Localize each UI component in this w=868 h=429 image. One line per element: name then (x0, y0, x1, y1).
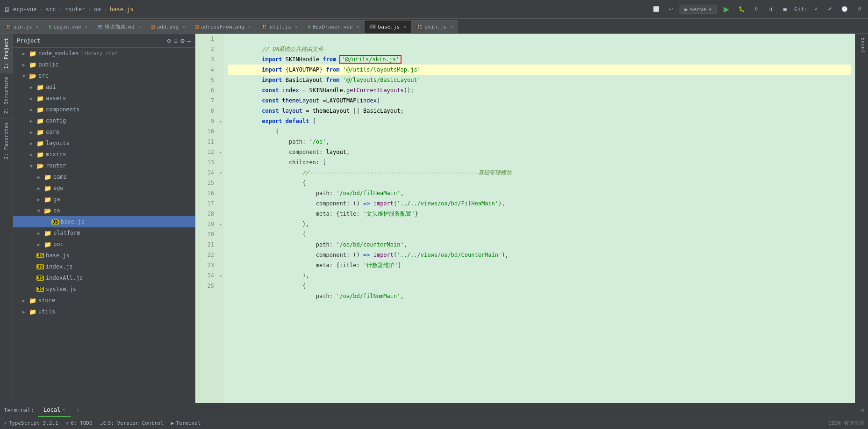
git-checkmark1-btn[interactable]: ✓ (811, 5, 821, 13)
tree-item-mixins[interactable]: ▶ 📁 mixins (13, 149, 195, 160)
tree-item-src[interactable]: ▼ 📂 src (13, 70, 195, 81)
tree-item-public[interactable]: ▶ 📁 public (13, 59, 195, 70)
bottombar: Terminal: Local × + ⚙ (0, 403, 868, 417)
titlebar-actions: ⬜ ↩ ▶ serve ▾ ▶ 🐛 ↻ ⏸ ⏹ Git: ✓ ✔ 🕐 ↺ (650, 4, 865, 15)
tree-item-api[interactable]: ▶ 📁 api (13, 81, 195, 93)
close-icon[interactable]: × (182, 24, 185, 29)
right-sidebar-event[interactable]: Event (855, 34, 868, 57)
tree-item-oa[interactable]: ▼ 📂 oa (13, 205, 195, 216)
tree-item-system-js[interactable]: ▶ JS system.js (13, 284, 195, 295)
statusbar-version-control[interactable]: ⎇ 9: Version Control (100, 420, 164, 426)
sidebar-tab-structure[interactable]: Z: Structure (0, 73, 13, 117)
tree-item-label: system.js (46, 286, 76, 292)
serve-dropdown[interactable]: ▶ serve ▾ (680, 5, 717, 14)
serve-icon: ▶ (685, 6, 688, 13)
tab-login-vue[interactable]: V Login.vue × (44, 20, 93, 33)
code-content[interactable]: // OA系统公共路由文件 import SKINHandle from '@/… (224, 34, 855, 403)
arrow-icon: ▶ (30, 152, 36, 157)
tree-item-eams[interactable]: ▶ 📁 eams (13, 171, 195, 182)
filetree-title: Project (17, 37, 164, 44)
close-icon[interactable]: × (62, 407, 65, 412)
tab-address-png[interactable]: 🖼 adressFrom.png × (190, 20, 256, 33)
folder-icon: 📁 (44, 196, 51, 203)
tab-skin-js[interactable]: JS skin.js × (411, 20, 458, 33)
settings-icon[interactable]: ⚙ (861, 407, 864, 413)
minimize-icon[interactable]: — (187, 37, 191, 44)
git-label: Git: (794, 6, 808, 13)
statusbar-terminal[interactable]: ▶ Terminal (171, 420, 201, 426)
back-btn[interactable]: ↩ (666, 5, 676, 13)
tab-base-js[interactable]: JS base.js × (365, 20, 411, 33)
tree-item-egw[interactable]: ▶ 📁 egw (13, 182, 195, 194)
sidebar-tab-label: Z: Structure (3, 77, 9, 114)
tree-item-indexall-js[interactable]: ▶ JS indexAll.js (13, 272, 195, 284)
arrow-icon: ▶ (37, 175, 44, 180)
bottombar-tab-local[interactable]: Local × (38, 403, 71, 417)
tree-item-layouts[interactable]: ▶ 📁 layouts (13, 138, 195, 149)
sidebar-tab-project[interactable]: 1: Project (0, 34, 13, 73)
tab-label: ain.js (14, 24, 32, 30)
close-icon[interactable]: × (36, 24, 39, 29)
close-icon[interactable]: × (85, 24, 88, 29)
git-checkmark2-btn[interactable]: ✔ (825, 5, 835, 13)
close-icon[interactable]: × (403, 24, 406, 29)
gear-icon[interactable]: ⚙ (180, 37, 184, 44)
add-terminal-btn[interactable]: + (74, 405, 81, 415)
stop-btn[interactable]: ⏹ (780, 6, 790, 13)
terminal-icon: ▶ (171, 420, 174, 426)
tree-item-index-js[interactable]: ▶ JS index.js (13, 261, 195, 272)
tree-item-components[interactable]: ▶ 📁 components (13, 104, 195, 115)
debug-btn[interactable]: 🐛 (736, 5, 748, 13)
tree-item-core[interactable]: ▶ 📁 core (13, 126, 195, 138)
tree-item-ga[interactable]: ▶ 📁 ga (13, 194, 195, 205)
tree-item-router-base-js[interactable]: ▶ JS base.js (13, 250, 195, 261)
filetree-content[interactable]: ▶ 📁 node_modules library root ▶ 📁 public… (13, 48, 195, 403)
tree-item-router[interactable]: ▼ 📂 router (13, 160, 195, 171)
breadcrumb-oa: oa (94, 6, 100, 13)
run-btn[interactable]: ▶ (721, 4, 732, 15)
tree-item-config[interactable]: ▶ 📁 config (13, 115, 195, 126)
tab-label: BoxDrawer.vue (313, 24, 353, 30)
folder-icon: 📁 (44, 241, 51, 248)
collapse-icon[interactable]: ≡ (174, 37, 178, 44)
tree-item-node-modules[interactable]: ▶ 📁 node_modules library root (13, 48, 195, 59)
tree-item-poc[interactable]: ▶ 📁 poc (13, 239, 195, 250)
tab-add-png[interactable]: 🖼 add.png × (146, 20, 190, 33)
arrow-icon: ▶ (37, 231, 44, 236)
pause-btn[interactable]: ⏸ (765, 6, 776, 13)
git-history-btn[interactable]: 🕐 (839, 5, 851, 13)
tab-label: 模块描述.md (105, 23, 135, 30)
tree-item-utils[interactable]: ▶ 📁 utils (13, 306, 195, 317)
folder-icon: 📁 (36, 140, 44, 147)
git-revert-btn[interactable]: ↺ (854, 5, 864, 13)
reload-btn[interactable]: ↻ (752, 5, 761, 13)
tab-boxdrawer-vue[interactable]: V BoxDrawer.vue × (303, 20, 365, 33)
close-icon[interactable]: × (248, 24, 251, 29)
tree-item-assets[interactable]: ▶ 📁 assets (13, 93, 195, 104)
tree-item-label: router (46, 162, 66, 169)
tree-item-label: core (46, 129, 59, 135)
code-editor: 1 2 3 4 5 6 7 8 9 10 11 12 13 14 15 16 1… (195, 34, 855, 403)
close-icon[interactable]: × (295, 24, 298, 29)
tab-main-js[interactable]: JS ain.js × (0, 20, 44, 33)
close-icon[interactable]: × (357, 24, 359, 29)
statusbar-typescript[interactable]: ⚡ TypeScript 3.2.1 (4, 420, 58, 426)
close-icon[interactable]: × (450, 24, 453, 29)
left-sidebar-tabs: 1: Project Z: Structure 2: Favorites (0, 34, 13, 403)
close-icon[interactable]: × (138, 24, 141, 29)
window-square-btn[interactable]: ⬜ (650, 5, 662, 13)
folder-icon: 📁 (44, 230, 51, 237)
tree-item-store[interactable]: ▶ 📁 store (13, 295, 195, 306)
folder-icon: 📁 (44, 185, 51, 192)
breadcrumb-src: src (46, 6, 56, 13)
serve-label: serve (690, 6, 707, 13)
tree-item-base-js-selected[interactable]: ▶ JS base.js (13, 216, 195, 227)
editor-content[interactable]: 1 2 3 4 5 6 7 8 9 10 11 12 13 14 15 16 1… (195, 34, 855, 403)
tree-item-label: poc (53, 241, 64, 247)
locate-icon[interactable]: ⊕ (167, 37, 171, 44)
tab-md[interactable]: MD 模块描述.md × (93, 20, 146, 33)
tree-item-platform[interactable]: ▶ 📁 platform (13, 227, 195, 239)
sidebar-tab-favorites[interactable]: 2: Favorites (0, 118, 13, 163)
statusbar-todo[interactable]: ≡ 6: TODO (66, 420, 93, 426)
tab-util-js[interactable]: JS util.js × (256, 20, 303, 33)
